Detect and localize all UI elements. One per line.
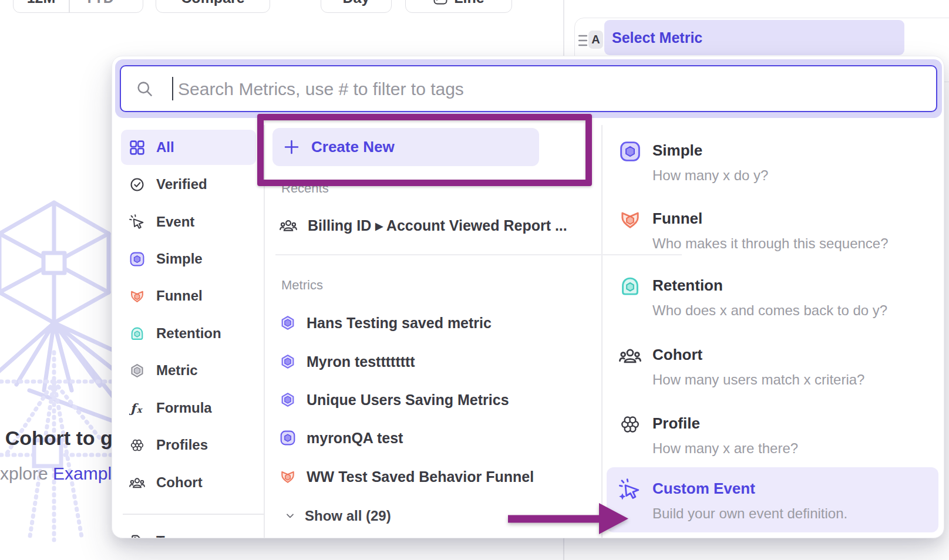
- grid-icon: [129, 140, 145, 156]
- app-root: r Cohort to ge xplore Example R 12M YTD …: [0, 0, 949, 560]
- retention-icon: [129, 326, 145, 342]
- recents-metrics-divider: [275, 254, 682, 255]
- annotation-box-create-new: [257, 114, 592, 186]
- sidebar-divider: [264, 125, 265, 538]
- metrics-header: Metrics: [281, 278, 323, 293]
- type-title-funnel[interactable]: Funnel: [652, 210, 702, 228]
- retention-icon: [619, 275, 641, 298]
- sidebar-item-metric[interactable]: Metric: [121, 353, 256, 388]
- sidebar-item-retention[interactable]: Retention: [121, 316, 256, 351]
- series-a-badge: A: [588, 31, 603, 49]
- chart-type-button[interactable]: Line: [405, 0, 512, 13]
- sidebar-item-funnel[interactable]: Funnel: [121, 278, 256, 313]
- sidebar-item-partial[interactable]: T: [121, 524, 256, 538]
- simple-metric-icon: [280, 430, 296, 446]
- svg-text:x: x: [137, 405, 143, 414]
- recent-item-row[interactable]: Billing ID ▸ Account Viewed Report ...: [280, 210, 597, 241]
- funnel-icon: [129, 288, 145, 304]
- sidebar-item-formula[interactable]: ƒ x Formula: [121, 390, 256, 426]
- cohort-people-icon: [619, 345, 641, 367]
- type-desc-custom-event: Build your own event definition.: [652, 505, 847, 522]
- type-title-simple[interactable]: Simple: [652, 141, 702, 160]
- sidebar-item-verified[interactable]: Verified: [121, 167, 256, 202]
- text-caret: [172, 77, 173, 100]
- cohort-people-icon: [280, 217, 297, 234]
- sidebar-item-profiles[interactable]: Profiles: [121, 427, 256, 463]
- formula-fx-icon: ƒ x: [129, 400, 145, 416]
- sidebar-item-simple[interactable]: Simple: [121, 241, 256, 276]
- show-all-toggle[interactable]: Show all (29): [284, 501, 391, 531]
- type-desc-simple: How many x do y?: [652, 167, 768, 184]
- chevron-down-icon: [119, 0, 128, 2]
- type-desc-funnel: Who makes it through this sequence?: [652, 235, 889, 252]
- profiles-cluster-icon: [619, 413, 641, 436]
- metric-list-item[interactable]: WW Test Saved Behavior Funnel: [280, 461, 597, 492]
- line-chart-icon: [433, 0, 448, 5]
- type-desc-cohort: How many users match x criteria?: [652, 372, 864, 388]
- metric-hexagon-icon: [280, 392, 296, 408]
- type-desc-profile: How many x are there?: [652, 440, 798, 457]
- metric-list-item[interactable]: Unique Users Saving Metrics: [280, 384, 597, 415]
- metric-list-item[interactable]: Myron testttttttt: [280, 346, 597, 377]
- sidebar-item-cohort[interactable]: Cohort: [121, 465, 256, 500]
- metric-hexagon-icon: [129, 363, 145, 379]
- verified-badge-icon: [129, 177, 145, 193]
- search-input[interactable]: Search Metrics, use # to filter to tags: [120, 65, 937, 112]
- time-range-segment[interactable]: 12M YTD: [13, 0, 143, 13]
- event-cursor-icon: [129, 214, 145, 230]
- sidebar-item-event[interactable]: Event: [121, 204, 256, 239]
- tag-icon: [129, 534, 145, 539]
- type-title-retention[interactable]: Retention: [652, 276, 723, 295]
- range-ytd-button[interactable]: YTD: [70, 0, 143, 12]
- wireframe-illustration: [0, 197, 117, 549]
- funnel-icon: [619, 208, 641, 231]
- metric-hexagon-icon: [280, 315, 296, 331]
- sidebar-section-divider: [123, 514, 264, 515]
- type-title-custom-event[interactable]: Custom Event: [652, 480, 755, 498]
- chevron-down-icon: [284, 510, 296, 522]
- column-divider: [601, 125, 603, 538]
- search-placeholder: Search Metrics, use # to filter to tags: [178, 79, 464, 99]
- cohort-people-icon: [129, 475, 145, 491]
- type-title-profile[interactable]: Profile: [652, 414, 700, 433]
- background-headline: r Cohort to ge: [0, 427, 124, 450]
- sidebar-item-all[interactable]: All: [121, 130, 256, 165]
- granularity-button[interactable]: Day: [321, 0, 392, 13]
- select-metric-field[interactable]: Select Metric: [604, 20, 904, 55]
- custom-event-highlight[interactable]: [607, 467, 938, 532]
- search-icon: [136, 80, 153, 97]
- custom-event-icon: [619, 478, 641, 501]
- profiles-cluster-icon: [129, 437, 145, 453]
- simple-metric-icon: [619, 140, 641, 163]
- compare-button[interactable]: Compare: [156, 0, 270, 13]
- simple-metric-icon: [129, 251, 145, 267]
- explore-prefix: xplore: [0, 464, 53, 483]
- drag-handle-icon[interactable]: [578, 34, 587, 49]
- metric-list-item[interactable]: myronQA test: [280, 423, 597, 453]
- type-title-cohort[interactable]: Cohort: [652, 346, 702, 364]
- select-metric-label: Select Metric: [612, 29, 702, 46]
- metric-hexagon-icon: [280, 353, 296, 370]
- funnel-icon: [280, 468, 296, 485]
- range-12m-button[interactable]: 12M: [14, 0, 69, 12]
- type-desc-retention: Who does x and comes back to do y?: [652, 302, 887, 319]
- metric-list-item[interactable]: Hans Testing saved metric: [280, 308, 597, 338]
